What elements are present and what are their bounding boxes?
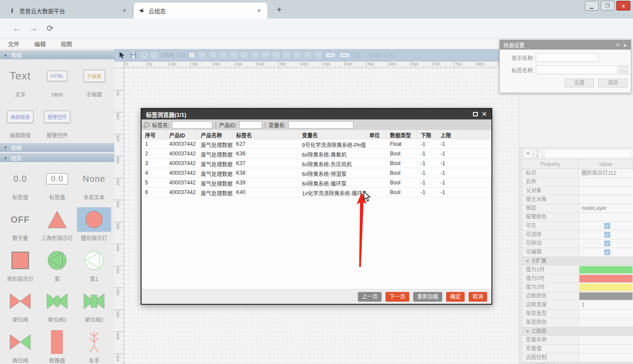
property-value[interactable] [578, 213, 633, 221]
palette-section-header-1[interactable]: ▼绘图 [0, 143, 114, 152]
apply-button[interactable]: 设置 [565, 79, 594, 87]
reload-icon[interactable]: ⟳ [44, 22, 56, 35]
table-row-2[interactable]: 2400037442废气处理数据采K366#除臭系统-臭氧机Bool-1-1 [142, 149, 491, 159]
color-swatch[interactable] [579, 266, 633, 274]
menu-file[interactable]: 文件 [8, 40, 19, 48]
table-row-5[interactable]: 5400037442废气处理数据采K396#除臭系统-循环泵Bool-1-1 [142, 178, 491, 187]
column-header[interactable]: 上限 [437, 130, 460, 139]
property-row-值为2时[interactable]: 值为2时 [522, 283, 633, 292]
valve-red-icon[interactable] [3, 289, 37, 314]
panel-resize-gutter[interactable] [519, 148, 522, 364]
property-row-报警颜色[interactable]: 报警颜色 [522, 213, 633, 222]
pump-green-icon[interactable] [40, 248, 74, 273]
zoom-in-icon[interactable]: + [141, 52, 147, 58]
column-header[interactable]: 下限 [417, 130, 437, 139]
table-row-6[interactable]: 6400037442废气处理数据采K401#化学洗涤除臭系统-循环泵Bool-1… [142, 187, 491, 197]
property-value[interactable] [578, 310, 633, 318]
palette-item-2-7[interactable]: 泵 [39, 248, 76, 283]
window-close-button[interactable]: x [616, 1, 630, 11]
palette-item-2-6[interactable]: 矩形指示灯 [2, 248, 39, 283]
palette-icon[interactable]: OFF [3, 207, 37, 232]
info-icon[interactable]: i [353, 52, 360, 58]
palette-icon[interactable]: None [77, 166, 111, 191]
column-header[interactable]: 单位 [366, 130, 386, 139]
property-value[interactable] [578, 292, 633, 300]
property-row-可选择[interactable]: 可选择✓ [522, 231, 633, 239]
dialog-close-icon[interactable]: ✕ [481, 110, 487, 118]
property-value[interactable] [578, 353, 633, 362]
palette-item-0-0[interactable]: Text文字 [2, 64, 39, 98]
checkbox-checked-icon[interactable]: ✓ [604, 223, 610, 229]
palette-icon[interactable]: 0.0 [40, 166, 74, 191]
arrows-down-icon[interactable] [77, 330, 111, 354]
property-row-宿主对象[interactable]: 宿主对象 [522, 195, 633, 204]
tab-close-icon[interactable]: × [120, 7, 128, 14]
checkbox-checked-icon[interactable]: ✓ [604, 241, 610, 246]
dialog-button-下一页[interactable]: 下一页 [386, 292, 409, 302]
palette-item-0-4[interactable]: 报警控件报警控件 [39, 105, 76, 139]
keypad-icon[interactable]: ▪▪▪ [339, 52, 350, 58]
palette-item-2-12[interactable]: 两位阀 [2, 330, 39, 364]
column-header[interactable]: 标签名 [233, 130, 298, 139]
property-row-值为0时[interactable]: 值为0时 [522, 274, 633, 283]
grid-toggle-icon[interactable] [189, 52, 195, 58]
palette-item-2-9[interactable]: 单位阀 [2, 289, 39, 324]
browse-tags-button[interactable]: ... [619, 65, 628, 74]
palette-item-2-0[interactable]: 0.0标签值 [2, 166, 39, 201]
palette-item-2-8[interactable]: 泵1 [76, 248, 113, 283]
property-value[interactable]: 圆形指示灯112 [578, 169, 633, 177]
dialog-maximize-icon[interactable] [473, 112, 478, 116]
property-row-父对象[interactable]: 父对象 [522, 187, 633, 195]
property-row-变量值[interactable]: 变量值 [522, 345, 633, 353]
palette-icon[interactable]: 画面链接 [3, 105, 37, 129]
palette-icon[interactable]: Text [3, 64, 37, 88]
property-row-可编辑[interactable]: 可编辑✓ [522, 248, 633, 257]
keyboard-icon[interactable]: ▪▪▪ [325, 52, 336, 58]
dialog-button-重新加载[interactable]: 重新加载 [413, 292, 442, 302]
property-value[interactable]: ✓ [578, 239, 633, 248]
valve-green-rect-icon[interactable] [77, 289, 111, 314]
checkbox-checked-icon[interactable]: ✓ [604, 249, 610, 255]
column-header[interactable]: 产品名称 [197, 130, 233, 139]
property-row-可见[interactable]: 可见✓ [522, 222, 633, 231]
palette-item-2-13[interactable]: 断路器 [39, 330, 76, 364]
property-row-可移动[interactable]: 可移动✓ [522, 239, 633, 248]
property-group-C组态[interactable]: ▼C组态 [522, 327, 633, 336]
circle-red-icon[interactable] [77, 207, 111, 232]
property-value[interactable]: nodeLayer [578, 204, 633, 213]
palette-icon[interactable]: HTML [40, 64, 74, 88]
property-row-标识[interactable]: 标识圆形指示灯112 [522, 169, 633, 178]
table-row-4[interactable]: 4400037442废气处理数据采K386#除臭系统-预湿泵Bool-1-1 [142, 168, 491, 178]
property-value[interactable]: ✓ [578, 231, 633, 239]
palette-item-2-1[interactable]: 0.0标签值 [39, 166, 76, 201]
triangle-red-icon[interactable] [40, 207, 74, 232]
palette-item-2-11[interactable]: 单位阀2 [76, 289, 113, 324]
property-row-图层[interactable]: 图层nodeLayer [522, 204, 633, 213]
palette-item-0-2[interactable]: 子画面子画面 [76, 64, 113, 98]
quick-settings-titlebar[interactable]: 快速设置 ✛ ▲ [500, 40, 631, 50]
tag-name-input[interactable] [536, 65, 618, 74]
column-header[interactable]: 变量名 [298, 130, 366, 139]
property-value[interactable]: 1 [578, 301, 633, 309]
property-row-远程控制[interactable]: 远程控制 [522, 353, 633, 362]
select-cursor-icon[interactable] [118, 51, 126, 59]
square-red-icon[interactable] [3, 248, 37, 273]
save-icon[interactable] [129, 51, 137, 59]
color-swatch[interactable] [579, 292, 633, 300]
property-row-渐变颜色[interactable]: 渐变颜色 [522, 318, 633, 327]
dialog-titlebar[interactable]: 标签浏览器(1/1) ✕ [142, 109, 491, 119]
property-row-渐变类型[interactable]: 渐变类型 [522, 310, 633, 318]
property-group-L扩展文本[interactable]: ▼L扩展文本 [522, 362, 633, 364]
property-value[interactable] [578, 187, 633, 195]
property-group-E扩展[interactable]: ▼E扩展 [522, 257, 633, 266]
categorize-icon[interactable]: ⊞ [524, 149, 532, 158]
pin-icon[interactable]: ✛ [616, 42, 620, 48]
menu-view[interactable]: 视图 [61, 40, 72, 48]
dialog-button-取消[interactable]: 取消 [469, 292, 487, 302]
property-row-名称[interactable]: 名称 [522, 178, 633, 187]
table-row-1[interactable]: 1400037442废气处理数据采K279号化学洗涤除臭系统-Ph值Float-… [142, 139, 491, 149]
breaker-icon[interactable] [40, 330, 74, 354]
product-id-filter-input[interactable] [239, 121, 262, 129]
property-value[interactable] [578, 266, 633, 274]
clear-button[interactable]: 清除 [598, 79, 627, 87]
